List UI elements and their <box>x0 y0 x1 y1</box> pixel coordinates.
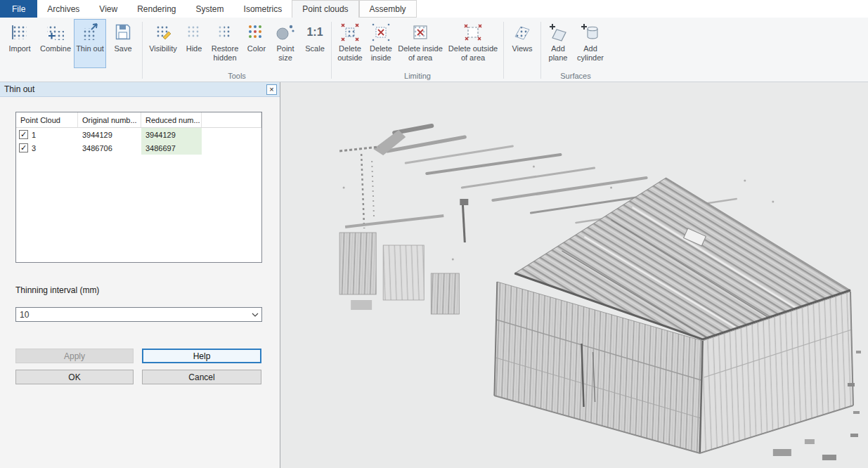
color-icon <box>246 22 267 43</box>
ribbon-group-limiting: Delete outside Delete inside Delete insi… <box>333 19 502 82</box>
menu-tab-bar: File Archives View Rendering System Isom… <box>0 0 868 18</box>
scale-button[interactable]: 1:1 Scale <box>301 19 329 68</box>
add-plane-button[interactable]: Add plane <box>543 19 573 68</box>
add-cylinder-button[interactable]: Add cylinder <box>573 19 608 68</box>
thin-out-label: Thin out <box>76 44 104 53</box>
ribbon-separator <box>503 22 504 79</box>
help-button[interactable]: Help <box>142 349 261 363</box>
import-button[interactable]: Import <box>2 19 37 68</box>
tab-view[interactable]: View <box>89 0 127 18</box>
scale-icon: 1:1 <box>306 22 323 43</box>
filler-cell <box>202 141 261 155</box>
apply-button[interactable]: Apply <box>15 349 134 363</box>
delete-inside-button[interactable]: Delete inside <box>366 19 396 68</box>
add-plane-icon <box>548 22 569 43</box>
combine-label: Combine <box>40 44 71 53</box>
views-label: Views <box>512 44 532 53</box>
add-cylinder-icon <box>580 22 601 43</box>
row-checkbox[interactable]: ✓ <box>19 143 28 152</box>
delete-outside-label: Delete outside <box>335 44 365 62</box>
ribbon-group-label-surfaces: Surfaces <box>543 72 609 80</box>
restore-hidden-icon <box>214 22 235 43</box>
color-button[interactable]: Color <box>243 19 270 68</box>
thinning-interval-select[interactable]: 10 <box>15 307 262 322</box>
hide-button[interactable]: Hide <box>181 19 207 68</box>
table-row[interactable]: ✓ 3 3486706 3486697 <box>16 141 261 155</box>
ribbon-group-pointcloud: Import Combine Thin out Save <box>1 19 141 82</box>
combine-button[interactable]: Combine <box>37 19 74 68</box>
ribbon-group-label-limiting: Limiting <box>333 72 502 80</box>
delete-outside-button[interactable]: Delete outside <box>334 19 366 68</box>
tab-file[interactable]: File <box>0 0 37 18</box>
point-cloud-id: 3 <box>32 144 36 152</box>
delete-inside-of-area-button[interactable]: Delete inside of area <box>396 19 445 68</box>
column-header-reduced[interactable]: Reduced num... <box>141 112 202 127</box>
column-header-original[interactable]: Original numb... <box>78 112 141 127</box>
delete-outside-of-area-button[interactable]: Delete outside of area <box>445 19 501 68</box>
views-icon <box>512 22 533 43</box>
point-size-icon <box>275 22 296 43</box>
thin-out-button[interactable]: Thin out <box>74 19 106 68</box>
delete-outside-of-area-icon <box>462 22 484 43</box>
restore-hidden-label: Restore hidden <box>208 44 242 62</box>
hide-label: Hide <box>186 44 202 53</box>
thinning-interval-label: Thinning interval (mm) <box>15 285 262 295</box>
ribbon-group-views: Views <box>505 19 539 82</box>
add-plane-label: Add plane <box>545 44 571 62</box>
dialog-title-bar[interactable]: Thin out × <box>0 82 280 97</box>
import-icon <box>9 22 30 43</box>
row-checkbox[interactable]: ✓ <box>19 130 28 139</box>
combine-icon <box>45 22 66 43</box>
cancel-button[interactable]: Cancel <box>142 370 261 384</box>
column-header-filler <box>202 112 261 127</box>
ribbon-group-surfaces: Add plane Add cylinder Surfaces <box>543 19 609 82</box>
tab-assembly[interactable]: Assembly <box>359 0 417 18</box>
point-cloud-rendering <box>280 82 868 468</box>
tab-archives[interactable]: Archives <box>37 0 89 18</box>
point-size-button[interactable]: Point size <box>270 19 301 68</box>
point-cloud-id: 1 <box>32 131 36 139</box>
original-count-cell: 3944129 <box>78 128 141 141</box>
point-cloud-viewport[interactable] <box>280 82 868 468</box>
ribbon-separator <box>540 22 541 79</box>
tab-system[interactable]: System <box>186 0 234 18</box>
views-button[interactable]: Views <box>506 19 538 68</box>
color-label: Color <box>247 44 266 53</box>
thin-out-icon <box>79 22 101 43</box>
tab-isometrics[interactable]: Isometrics <box>234 0 292 18</box>
filler-cell <box>202 128 261 141</box>
restore-hidden-button[interactable]: Restore hidden <box>207 19 243 68</box>
table-row[interactable]: ✓ 1 3944129 3944129 <box>16 128 261 141</box>
delete-inside-label: Delete inside <box>368 44 394 62</box>
column-header-point-cloud[interactable]: Point Cloud <box>16 112 78 127</box>
import-label: Import <box>8 44 30 53</box>
delete-inside-of-area-icon <box>410 22 431 43</box>
add-cylinder-label: Add cylinder <box>574 44 607 62</box>
delete-outside-icon <box>339 22 361 43</box>
tab-rendering[interactable]: Rendering <box>127 0 186 18</box>
visibility-button[interactable]: Visibility <box>145 19 181 68</box>
dialog-buttons: Apply Help OK Cancel <box>15 349 262 384</box>
save-label: Save <box>114 44 131 53</box>
close-icon: × <box>269 86 273 93</box>
ok-button[interactable]: OK <box>15 370 134 384</box>
point-cloud-name-cell: ✓ 1 <box>16 128 78 141</box>
dialog-title: Thin out <box>4 84 34 94</box>
save-button[interactable]: Save <box>106 19 140 68</box>
point-cloud-name-cell: ✓ 3 <box>16 141 78 155</box>
reduced-count-cell: 3486697 <box>141 141 202 155</box>
ribbon-separator <box>331 22 332 79</box>
thinning-interval-value: 10 <box>20 310 29 320</box>
scale-label: Scale <box>305 44 325 53</box>
ribbon-separator <box>142 22 143 79</box>
visibility-icon <box>153 22 174 43</box>
dialog-close-button[interactable]: × <box>266 84 277 95</box>
visibility-label: Visibility <box>149 44 177 53</box>
point-size-label: Point size <box>271 44 299 62</box>
ribbon: Import Combine Thin out Save <box>0 18 868 82</box>
reduced-count-cell: 3944129 <box>141 128 202 141</box>
delete-outside-of-area-label: Delete outside of area <box>446 44 500 62</box>
thin-out-dialog: Thin out × Point Cloud Original numb... … <box>0 82 280 468</box>
tab-point-clouds[interactable]: Point clouds <box>292 0 358 18</box>
ribbon-group-label-tools: Tools <box>144 72 330 80</box>
